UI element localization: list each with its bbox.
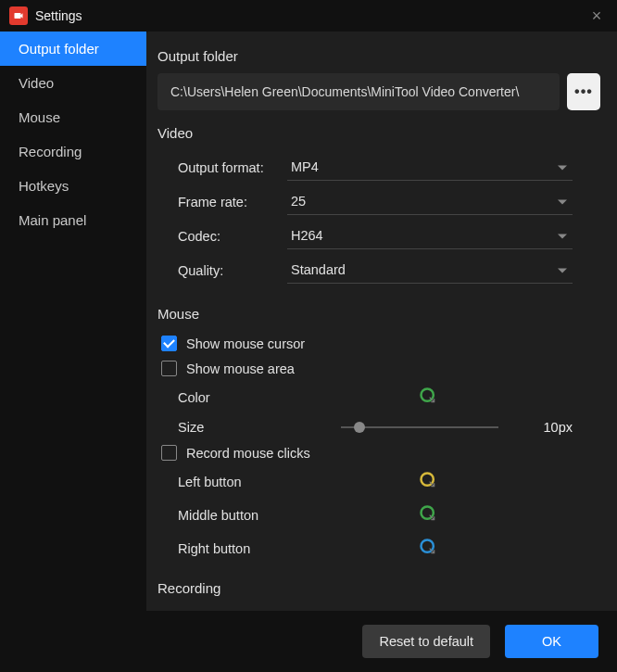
mouse-heading: Mouse — [157, 306, 600, 322]
sidebar-item-main-panel[interactable]: Main panel — [0, 203, 146, 237]
size-label: Size — [178, 420, 326, 435]
close-button[interactable]: × — [586, 5, 608, 27]
footer: Reset to default OK — [0, 611, 617, 672]
show-cursor-checkbox[interactable] — [161, 336, 177, 351]
output-format-select[interactable]: MP4 — [287, 154, 573, 181]
record-clicks-checkbox[interactable] — [161, 445, 177, 461]
titlebar: Settings × — [0, 0, 617, 32]
sidebar-item-video[interactable]: Video — [0, 66, 146, 100]
show-cursor-label: Show mouse cursor — [186, 336, 305, 351]
frame-rate-select[interactable]: 25 — [287, 188, 573, 215]
right-button-color-picker[interactable] — [419, 538, 437, 560]
reset-button[interactable]: Reset to default — [362, 625, 490, 658]
recording-heading: Recording — [157, 580, 600, 596]
ok-button[interactable]: OK — [505, 625, 598, 658]
middle-button-label: Middle button — [178, 508, 326, 523]
codec-select[interactable]: H264 — [287, 222, 573, 249]
record-clicks-label: Record mouse clicks — [186, 446, 310, 461]
show-area-checkbox[interactable] — [161, 361, 177, 376]
middle-button-color-picker[interactable] — [419, 504, 437, 526]
size-value: 10px — [544, 420, 573, 435]
video-heading: Video — [157, 125, 600, 141]
color-label: Color — [178, 390, 326, 405]
quality-label: Quality: — [157, 263, 287, 278]
sidebar-item-output-folder[interactable]: Output folder — [0, 32, 146, 66]
sidebar-item-mouse[interactable]: Mouse — [0, 100, 146, 134]
ellipsis-icon: ••• — [574, 83, 593, 100]
output-folder-heading: Output folder — [157, 48, 600, 64]
quality-select[interactable]: Standard — [287, 257, 573, 284]
content-pane: Output folder ••• Video Output format: M… — [146, 32, 617, 611]
right-button-label: Right button — [178, 541, 326, 556]
output-format-label: Output format: — [157, 160, 287, 175]
size-slider[interactable] — [341, 426, 498, 428]
output-folder-path-input[interactable] — [157, 73, 560, 110]
cursor-ring-icon — [419, 504, 437, 523]
cursor-ring-icon — [419, 387, 437, 405]
size-slider-thumb[interactable] — [354, 422, 365, 433]
show-area-label: Show mouse area — [186, 361, 295, 376]
left-button-color-picker[interactable] — [419, 471, 437, 493]
left-button-label: Left button — [178, 475, 326, 489]
frame-rate-label: Frame rate: — [157, 195, 287, 209]
sidebar-item-recording[interactable]: Recording — [0, 134, 146, 169]
app-icon — [9, 6, 28, 25]
browse-button[interactable]: ••• — [567, 73, 600, 110]
codec-label: Codec: — [157, 229, 287, 244]
sidebar: Output folder Video Mouse Recording Hotk… — [0, 32, 146, 611]
cursor-ring-icon — [419, 538, 437, 556]
mouse-area-color-picker[interactable] — [419, 387, 437, 409]
cursor-ring-icon — [419, 471, 437, 489]
window-title: Settings — [35, 8, 82, 23]
sidebar-item-hotkeys[interactable]: Hotkeys — [0, 169, 146, 203]
